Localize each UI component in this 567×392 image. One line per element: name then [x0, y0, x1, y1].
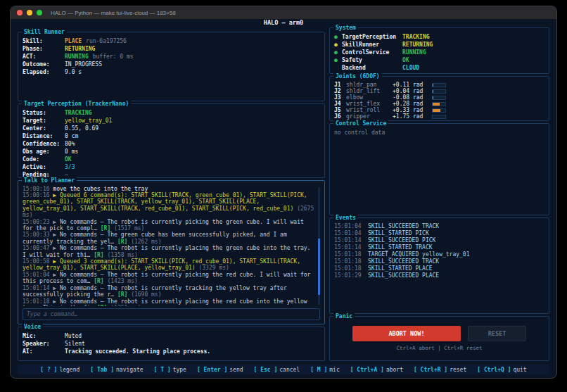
event-text: SKILL_STARTED PLACE: [368, 265, 433, 272]
terminal-window: HALO — Python — make tui-live-cloud — 18…: [10, 6, 557, 379]
joint-value: +0.28 rad: [393, 101, 432, 107]
statusbar: [ ? ]legend [ Tab ]navigate [ T ]type [ …: [18, 365, 549, 374]
hotkey: [ Enter ]: [197, 367, 227, 373]
hotkey-hint-legend: [ ? ]legend: [40, 367, 79, 373]
hotkey-hint-cancel: [ Esc ]cancel: [254, 367, 300, 373]
field-value: OK: [65, 156, 72, 163]
ai-row: AI: Tracking succeeded. Starting place p…: [23, 348, 320, 355]
command-input-box[interactable]: [23, 308, 320, 320]
close-window-button[interactable]: [17, 10, 23, 15]
joint-name: elbow: [346, 94, 393, 101]
joint-value: +0.33 rad: [393, 107, 432, 113]
joint-id: J5: [334, 107, 346, 113]
field-label: Outcome:: [23, 61, 65, 68]
system-row: Backend CLOUD: [334, 64, 544, 72]
chat-log[interactable]: 15:00:16 move the cubes into the tray 15…: [23, 186, 320, 306]
obs-age-row: Obs age: 0 ms: [23, 148, 320, 156]
message-tag: [R]: [97, 305, 107, 306]
act-row: ACT: RUNNING buffer: 0 ms: [23, 53, 320, 61]
hotkey-hint-mic: [ M ]mic: [310, 367, 340, 373]
hotkey-label: abort: [386, 367, 403, 373]
message-time: 15:00:58: [23, 258, 50, 265]
hotkey: [ Ctrl+Q ]: [477, 367, 511, 373]
message-prefix-icon: ▶: [53, 245, 56, 251]
hotkey-hint-send: [ Enter ]send: [197, 367, 243, 373]
right-column: System ● TargetPerception TRACKING ● Ski…: [329, 27, 549, 363]
message-tag: [R]: [94, 252, 103, 258]
hotkey-hint-navigate: [ Tab ]navigate: [90, 367, 143, 373]
message-time: 15:00:47: [23, 245, 50, 251]
chat-message-user: 15:00:16 move the cubes into the tray: [23, 186, 316, 192]
hotkey-label: mic: [329, 367, 339, 373]
hotkey: [ T ]: [154, 367, 171, 373]
field-value: TRACKING: [65, 109, 92, 117]
hotkey-label: send: [229, 367, 243, 373]
mic-row: Mic: Muted: [23, 332, 320, 340]
minimize-window-button[interactable]: [27, 10, 32, 15]
window-titlebar[interactable]: HALO — Python — make tui-live-cloud — 18…: [11, 6, 556, 19]
hotkey-hint-type: [ T ]type: [154, 367, 186, 373]
field-value: 0 ms: [65, 148, 78, 156]
event-row: 15:01:18SKILL_STARTED PLACE: [334, 265, 544, 272]
panel-title: Talk to Planner: [22, 177, 77, 184]
chat-message-reply: 15:00:33 ▶ No commands — The green cube …: [23, 232, 316, 245]
field-value: RETURNING: [65, 45, 95, 53]
joint-gauge-fill: [433, 109, 440, 112]
system-row: ● Safety OK: [334, 56, 544, 64]
event-time: 15:01:18: [334, 258, 368, 265]
field-label: Obs age:: [23, 148, 65, 156]
reset-button[interactable]: RESET: [468, 326, 526, 341]
panel-title: Skill Runner: [22, 29, 67, 35]
chat-message-queued: 15:00:58 ▶ Queued 3 command(s): START_SK…: [23, 258, 316, 272]
field-label: Distance:: [23, 132, 65, 140]
joint-gauge: [432, 115, 446, 119]
field-label: AI:: [23, 348, 65, 355]
confidence-row: Confidence: 80%: [23, 140, 320, 148]
message-time: 15:00:16: [23, 192, 50, 198]
message-prefix-icon: ▶: [53, 272, 56, 278]
field-value: Muted: [65, 332, 82, 340]
panel-title: Events: [333, 215, 358, 221]
chat-message-queued: 15:00:16 ▶ Queued 6 command(s): START_SK…: [23, 192, 316, 219]
command-input[interactable]: [27, 311, 316, 317]
message-latency: (1517 ms): [114, 225, 144, 232]
panel-title: Control Service: [333, 120, 388, 127]
field-value: Tracking succeeded. Starting place proce…: [65, 348, 210, 355]
field-label: Center:: [23, 125, 65, 132]
event-row: 15:01:18TARGET_ACQUIRED yellow_tray_01: [334, 251, 544, 258]
field-label: Status:: [23, 109, 65, 117]
joints-panel: Joints (6DOF) J1 shldr_pan +0.11 rad J2 …: [329, 76, 549, 121]
joint-gauge-fill: [433, 90, 433, 93]
message-prefix-icon: ▶: [53, 258, 56, 265]
joint-row: J3 elbow -0.08 rad: [334, 94, 544, 101]
joint-gauge-fill: [433, 84, 433, 87]
joint-name: gripper: [346, 113, 393, 120]
field-label: Skill:: [23, 37, 65, 45]
component-status: TRACKING: [402, 33, 430, 41]
outcome-row: Outcome: IN_PROGRESS: [23, 61, 320, 68]
message-latency: (1358 ms): [107, 252, 137, 258]
hotkey-label: reset: [450, 367, 466, 373]
status-dot-icon: ●: [334, 49, 342, 56]
message-prefix-icon: ▶: [53, 192, 56, 198]
event-time: 15:01:14: [334, 237, 368, 244]
system-row: ● SkillRunner RETURNING: [334, 41, 544, 49]
component-name: ControlService: [342, 49, 402, 56]
message-prefix-icon: ▶: [53, 232, 56, 238]
event-row: 15:01:29SKILL_SUCCEEDED PLACE: [334, 272, 544, 279]
field-value: PLACE: [65, 37, 82, 45]
chat-message-reply: 15:01:18 ▶ No commands — The robot is cu…: [23, 298, 316, 306]
chat-message-reply: 15:00:23 ▶ No commands — The robot is cu…: [23, 219, 316, 232]
target-row: Target: yellow_tray_01: [23, 117, 320, 125]
chat-scrollbar-thumb[interactable]: [318, 239, 320, 295]
hotkey: [ Ctrl+A ]: [350, 367, 384, 373]
zoom-window-button[interactable]: [37, 10, 42, 15]
status-dot-icon: [334, 64, 342, 72]
abort-button[interactable]: ABORT NOW!: [352, 326, 461, 341]
joint-gauge: [432, 89, 446, 94]
panel-title: Joints (6DOF): [333, 73, 382, 80]
event-time: 15:01:04: [334, 223, 368, 230]
system-row: ● TargetPerception TRACKING: [334, 33, 544, 41]
chat-scrollbar-track[interactable]: [318, 187, 320, 305]
field-label: Speaker:: [23, 340, 65, 348]
